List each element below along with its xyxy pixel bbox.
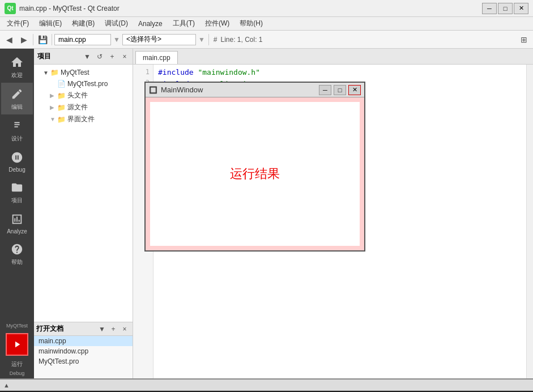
doc-label-mainwindow: mainwindow.cpp — [39, 347, 88, 355]
editor-container: 1 2 3 4 5 6 7 #include "mainwindow.h" #i… — [133, 65, 533, 378]
doc-label-main: main.cpp — [39, 337, 66, 345]
sidebar-item-help[interactable]: 帮助 — [1, 238, 33, 270]
sidebar-label-welcome: 欢迎 — [11, 71, 23, 79]
folder-icon-2: 📁 — [57, 91, 66, 100]
sidebar-item-design[interactable]: 设计 — [1, 114, 33, 146]
doc-label-pro: MyQtTest.pro — [39, 357, 79, 365]
sidebar-label-design: 设计 — [11, 135, 23, 143]
hash-icon: # — [214, 36, 218, 44]
tree-item-pro[interactable]: 📄 MyQtTest.pro — [34, 78, 133, 90]
menu-item-T[interactable]: 工具(T) — [168, 18, 199, 29]
project-add-btn[interactable]: + — [106, 51, 118, 62]
analyze-icon — [8, 211, 26, 227]
design-icon — [8, 118, 26, 134]
mw-maximize-btn[interactable]: □ — [334, 85, 346, 95]
minimize-button[interactable]: ─ — [482, 3, 497, 14]
tree-label-ui: 界面文件 — [67, 114, 95, 124]
toolbar-symbol-selector[interactable] — [122, 34, 196, 45]
sidebar-item-welcome[interactable]: 欢迎 — [1, 51, 33, 83]
project-panel: 项目 ▼ ↺ + × ▼ 📁 MyQtTest 📄 MyQtTest.pro — [34, 49, 133, 378]
menu-item-H[interactable]: 帮助(H) — [235, 18, 267, 29]
tree-label-sources: 源文件 — [67, 103, 88, 112]
editor-area: main.cpp 1 2 3 4 5 6 7 #include "mainwin… — [133, 49, 533, 378]
menu-item-W[interactable]: 控件(W) — [201, 18, 234, 29]
bottom-output-panel: ▲ /MANIFESTFILE:debug\MyQtTest.exe.embed… — [0, 378, 533, 392]
toolbar-back-btn[interactable]: ◀ — [2, 33, 16, 46]
edit-icon — [8, 86, 26, 102]
tree-label-root: MyQtTest — [61, 69, 89, 76]
project-sync-btn[interactable]: ↺ — [94, 51, 105, 62]
sidebar-label-debug: Debug — [8, 167, 25, 173]
tree-label-headers: 头文件 — [67, 91, 88, 100]
folder-icon: 📁 — [50, 68, 59, 77]
left-sidebar: 欢迎 编辑 设计 Debug 项目 — [0, 49, 34, 378]
open-docs-filter-btn[interactable]: ▼ — [96, 323, 108, 335]
open-docs-add-btn[interactable]: + — [108, 323, 119, 335]
mainwindow-popup: 🔲 MainWindow ─ □ ✕ 运行结果 — [144, 82, 365, 252]
open-docs-close-btn[interactable]: × — [119, 323, 130, 335]
debug-icon — [8, 150, 26, 165]
titlebar-controls: ─ □ ✕ — [482, 3, 528, 14]
titlebar-title: main.cpp - MyQtTest - Qt Creator — [19, 5, 120, 12]
menubar: 文件(F)编辑(E)构建(B)调试(D)Analyze工具(T)控件(W)帮助(… — [0, 17, 533, 31]
mainwindow-content: 运行结果 — [146, 97, 364, 250]
run-result-text: 运行结果 — [230, 165, 280, 182]
mw-minimize-btn[interactable]: ─ — [319, 85, 331, 95]
tree-item-sources[interactable]: ▶ 📁 源文件 — [34, 101, 133, 113]
open-docs-title: 打开文档 — [36, 324, 96, 334]
sidebar-item-project[interactable]: 项目 — [1, 176, 33, 208]
sidebar-label-edit: 编辑 — [11, 103, 23, 111]
project-filter-btn[interactable]: ▼ — [82, 51, 93, 62]
tree-item-headers[interactable]: ▶ 📁 头文件 — [34, 90, 133, 101]
main-layout: 欢迎 编辑 设计 Debug 项目 — [0, 49, 533, 378]
toolbar-save-btn[interactable]: 💾 — [36, 33, 49, 46]
sidebar-project-name: MyQtTest — [5, 322, 29, 330]
project-panel-title: 项目 — [36, 52, 80, 61]
folder-icon-4: 📁 — [57, 115, 66, 124]
tree-label-pro: MyQtTest.pro — [67, 80, 108, 88]
tree-item-ui[interactable]: ▼ 📁 界面文件 — [34, 113, 133, 125]
menu-item-D[interactable]: 调试(D) — [100, 18, 133, 29]
project-toolbar: 项目 ▼ ↺ + × — [34, 49, 133, 65]
app-logo: Qt — [5, 3, 16, 14]
doc-item-main[interactable]: main.cpp — [34, 336, 133, 346]
doc-item-mainwindow[interactable]: mainwindow.cpp — [34, 346, 133, 356]
mw-close-btn[interactable]: ✕ — [348, 85, 361, 95]
toolbar-lineinfo: Line: 1, Col: 1 — [220, 36, 262, 44]
menu-item-B[interactable]: 构建(B) — [67, 18, 99, 29]
output-collapse-icon[interactable]: ▲ — [0, 382, 13, 389]
help-icon — [8, 241, 26, 257]
tree-item-root[interactable]: ▼ 📁 MyQtTest — [34, 67, 133, 78]
menu-item-E[interactable]: 编辑(E) — [35, 18, 66, 29]
maximize-button[interactable]: □ — [498, 3, 513, 14]
toolbar-filename[interactable] — [54, 34, 111, 45]
sidebar-item-debug[interactable]: Debug — [1, 146, 33, 176]
project-close-btn[interactable]: × — [119, 51, 130, 62]
toolbar-sep-2 — [52, 34, 52, 45]
project-icon — [8, 180, 26, 195]
toolbar-sep-3 — [208, 34, 209, 45]
sidebar-label-project: 项目 — [11, 197, 23, 204]
sidebar-item-edit[interactable]: 编辑 — [1, 83, 33, 114]
toolbar-sep-1 — [33, 34, 33, 45]
editor-scrollbar[interactable] — [526, 65, 533, 378]
run-label: 运行 — [10, 359, 24, 369]
mainwindow-icon: 🔲 — [149, 86, 157, 94]
sidebar-item-analyze[interactable]: Analyze — [1, 208, 33, 238]
toolbar: ◀ ▶ 💾 ▼ ▼ # Line: 1, Col: 1 ⊞ — [0, 31, 533, 49]
sidebar-label-help: 帮助 — [11, 258, 23, 266]
run-button[interactable] — [6, 333, 28, 356]
editor-tab-main[interactable]: main.cpp — [135, 51, 178, 64]
mainwindow-titlebar: 🔲 MainWindow ─ □ ✕ — [146, 83, 364, 97]
open-docs-panel: 打开文档 ▼ + × main.cpp mainwindow.cpp MyQtT… — [34, 322, 133, 378]
output-collapse-bar: ▲ — [0, 380, 533, 391]
toolbar-split-btn[interactable]: ⊞ — [517, 33, 531, 46]
doc-item-pro[interactable]: MyQtTest.pro — [34, 356, 133, 367]
menu-item-Analyze[interactable]: Analyze — [134, 19, 167, 29]
menu-item-F[interactable]: 文件(F) — [2, 18, 33, 29]
titlebar-left: Qt main.cpp - MyQtTest - Qt Creator — [5, 3, 120, 14]
close-button[interactable]: ✕ — [514, 3, 528, 14]
home-icon — [8, 54, 26, 70]
toolbar-fwd-btn[interactable]: ▶ — [17, 33, 31, 46]
project-tree: ▼ 📁 MyQtTest 📄 MyQtTest.pro ▶ 📁 头文件 — [34, 65, 133, 322]
